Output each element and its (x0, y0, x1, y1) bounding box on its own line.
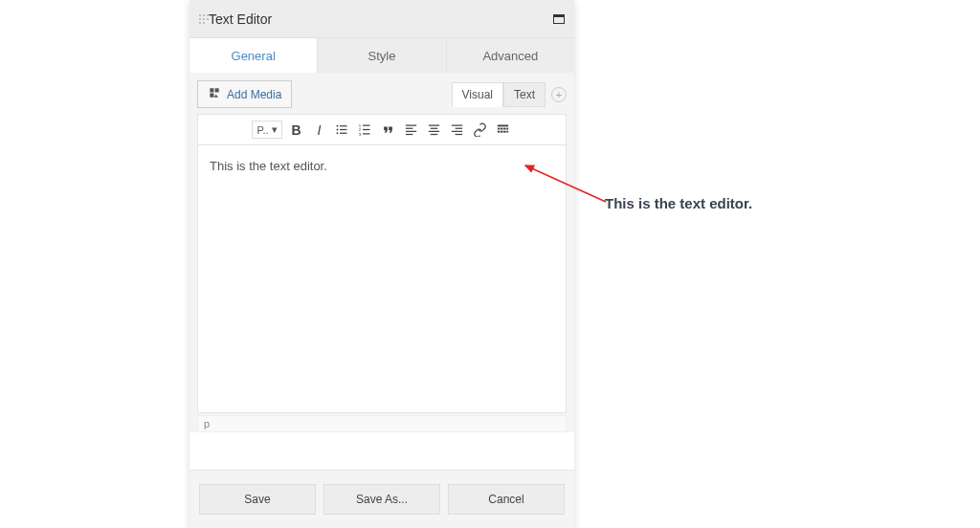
drag-handle[interactable] (199, 14, 209, 24)
svg-rect-9 (363, 129, 370, 130)
mode-visual-tab[interactable]: Visual (452, 82, 503, 107)
align-center-button[interactable] (426, 121, 443, 139)
editor-status-bar: p (197, 415, 567, 432)
blockquote-button[interactable] (380, 121, 397, 139)
chevron-down-icon: ▾ (272, 123, 278, 136)
svg-rect-28 (506, 128, 508, 130)
svg-point-4 (337, 132, 339, 134)
numbered-list-button[interactable]: 123 (357, 121, 374, 139)
bullet-list-button[interactable] (334, 121, 351, 139)
formatting-toolbar: P.. ▾ B I 123 (197, 114, 567, 145)
cancel-button[interactable]: Cancel (448, 484, 565, 515)
editor-area: Add Media Visual Text + P.. ▾ B I 123 (189, 73, 574, 432)
save-as-button[interactable]: Save As... (323, 484, 440, 515)
svg-rect-24 (498, 125, 508, 127)
panel-footer: Save Save As... Cancel (189, 470, 574, 528)
svg-rect-19 (431, 134, 438, 135)
editor-text: This is the text editor. (210, 159, 327, 173)
svg-rect-23 (456, 134, 463, 135)
svg-rect-1 (340, 125, 347, 126)
expand-toolbar-icon[interactable]: + (551, 87, 567, 102)
svg-rect-22 (452, 131, 462, 132)
bold-button[interactable]: B (288, 121, 305, 139)
media-icon (208, 86, 221, 102)
svg-rect-30 (501, 131, 503, 133)
mode-text-tab[interactable]: Text (503, 82, 546, 107)
svg-point-0 (337, 125, 339, 127)
align-left-button[interactable] (403, 121, 420, 139)
svg-rect-16 (429, 125, 439, 126)
svg-rect-18 (429, 131, 439, 132)
tab-style[interactable]: Style (318, 38, 446, 73)
annotation-label: This is the text editor. (605, 195, 752, 211)
svg-rect-29 (498, 131, 501, 133)
svg-rect-11 (363, 133, 370, 134)
maximize-icon[interactable] (553, 14, 565, 24)
svg-rect-27 (503, 128, 506, 130)
paragraph-format-select[interactable]: P.. ▾ (252, 121, 281, 139)
settings-tabs: General Style Advanced (189, 38, 574, 73)
add-media-button[interactable]: Add Media (197, 80, 292, 108)
tab-advanced[interactable]: Advanced (447, 38, 574, 73)
svg-rect-15 (406, 134, 413, 135)
panel-title: Text Editor (209, 11, 553, 27)
svg-rect-25 (498, 128, 501, 130)
svg-rect-12 (406, 125, 416, 126)
align-right-button[interactable] (449, 121, 466, 139)
editor-mode-tabs: Visual Text + (452, 82, 567, 107)
svg-rect-3 (340, 129, 347, 130)
add-media-label: Add Media (227, 88, 281, 101)
svg-rect-14 (406, 131, 416, 132)
svg-rect-7 (363, 125, 370, 126)
svg-rect-20 (452, 125, 462, 126)
svg-rect-5 (340, 133, 347, 134)
svg-rect-13 (406, 128, 413, 129)
svg-rect-26 (501, 128, 503, 130)
text-editor-panel: Text Editor General Style Advanced Add M… (189, 0, 574, 528)
format-label: P.. (256, 124, 268, 136)
link-button[interactable] (472, 121, 489, 139)
media-toolbar-row: Add Media Visual Text + (189, 73, 574, 114)
svg-rect-32 (506, 131, 508, 133)
svg-rect-31 (503, 131, 506, 133)
svg-rect-17 (431, 128, 438, 129)
editor-content-area[interactable]: This is the text editor. (197, 145, 567, 413)
save-button[interactable]: Save (199, 484, 316, 515)
tab-general[interactable]: General (189, 38, 318, 73)
italic-button[interactable]: I (311, 121, 328, 139)
svg-point-2 (337, 129, 339, 131)
svg-text:3: 3 (359, 132, 362, 137)
toolbar-toggle-button[interactable] (495, 121, 512, 139)
svg-rect-21 (456, 128, 463, 129)
panel-header: Text Editor (189, 0, 574, 38)
